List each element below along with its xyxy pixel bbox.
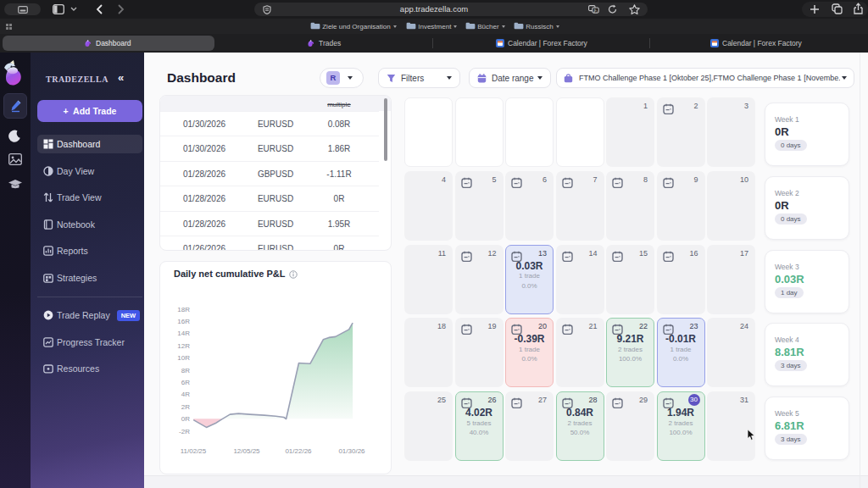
- svg-text:あ: あ: [593, 8, 598, 14]
